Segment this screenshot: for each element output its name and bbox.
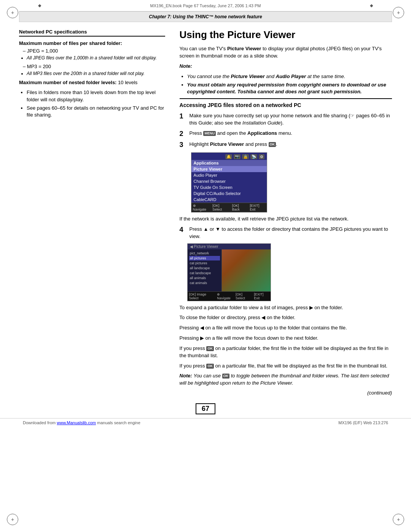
- ok-icon-p6: OK: [206, 364, 214, 369]
- corner-mark-tl: [7, 7, 18, 18]
- left-column: Networked PC specifications Maximum numb…: [19, 29, 176, 390]
- top-bar: ◆ MX196_EN.book Page 67 Tuesday, June 27…: [19, 0, 392, 11]
- icon-gear: ⚙: [259, 154, 264, 159]
- step-2-num: 2: [180, 130, 186, 138]
- section-divider: [180, 98, 392, 99]
- menu-item-cablecard[interactable]: CableCARD: [191, 197, 267, 203]
- menu-item-audio-player[interactable]: Audio Player: [191, 172, 267, 178]
- note-block: Note: You cannot use the Picture Viewer …: [180, 63, 392, 95]
- picture-viewer-bold-3: Picture Viewer: [210, 141, 244, 147]
- viewer-list: pict_network all pictures cat pictures a…: [188, 249, 222, 291]
- section-title-networked: Networked PC specifications: [19, 29, 165, 37]
- body-para-1: To expand a particular folder to view a …: [180, 304, 392, 312]
- body-para-2: To close the folder or directory, press …: [180, 314, 392, 321]
- mp3-dash: – MP3 = 200: [23, 64, 165, 69]
- mp3-bullets: All MP3 files over the 200th in a shared…: [27, 70, 165, 77]
- menu-item-tv-guide[interactable]: TV Guide On Screen: [191, 184, 267, 190]
- corner-mark-br: [393, 514, 404, 525]
- corner-mark-bl: [7, 514, 18, 525]
- right-column: Using the Picture Viewer You can use the…: [176, 29, 392, 390]
- step-4: 4 Press ▲ or ▼ to access the folder or d…: [180, 226, 392, 240]
- step-4-content: Press ▲ or ▼ to access the folder or dir…: [190, 226, 392, 240]
- intro-text: You can use the TV's Picture Viewer to d…: [180, 45, 392, 60]
- photo-preview-image: [222, 249, 271, 291]
- icon-camera: 📷: [234, 154, 241, 159]
- icon-bell: 🔔: [225, 154, 232, 159]
- step-1: 1 Make sure you have correctly set up yo…: [180, 112, 392, 127]
- chapter-header: Chapter 7: Using the THINC™ home network…: [19, 11, 392, 22]
- viewer-screen: ◀ Picture Viewer pict_network all pictur…: [187, 243, 271, 301]
- nested-title-suffix: 10 levels: [116, 80, 137, 85]
- viewer-body: pict_network all pictures cat pictures a…: [188, 249, 271, 291]
- menu-button-icon: MENU: [203, 131, 216, 136]
- suffix-label: manuals search engine: [97, 420, 140, 425]
- viewer-list-item-5: all animals: [189, 276, 220, 280]
- top-bar-text: MX196_EN.book Page 67 Tuesday, June 27, …: [150, 3, 261, 8]
- viewer-footer-select: [OK] Image Select: [189, 292, 215, 300]
- body-para-6: If you press OK on a particular file, th…: [180, 363, 392, 370]
- picture-viewer-bold: Picture Viewer: [227, 46, 261, 51]
- picture-viewer-ref: Picture Viewer: [231, 73, 265, 79]
- menu-item-digital-cc[interactable]: Digital CC/Audio Selector: [191, 190, 267, 197]
- main-title: Using the Picture Viewer: [180, 29, 392, 41]
- final-note-label: Note:: [180, 373, 192, 379]
- footer-exit: [EXIT] Exit: [250, 204, 265, 211]
- note-item-2: You must obtain any required permission …: [187, 81, 392, 95]
- viewer-footer-exit: [EXIT] Exit: [254, 292, 269, 300]
- body-para-4: Pressing ▶ on a file will move the focus…: [180, 335, 392, 342]
- step-2-content: Press MENU and open the Applications men…: [190, 130, 392, 137]
- step-1-content: Make sure you have correctly set up your…: [190, 112, 392, 127]
- footer-select: [OK] Select: [212, 204, 229, 211]
- applications-bold: Applications: [247, 130, 277, 136]
- note-item-1: You cannot use the Picture Viewer and Au…: [187, 73, 392, 80]
- menu-item-picture-viewer[interactable]: Picture Viewer: [191, 166, 267, 172]
- viewer-title: ◀ Picture Viewer: [188, 244, 271, 249]
- subsection-title-files: Maximum number of files per shared folde…: [19, 40, 165, 46]
- mp3-bullet-1: All MP3 files over the 200th in a shared…: [27, 70, 165, 77]
- menu-footer: ⊕ Navigate [OK] Select [OK] Back [EXIT] …: [191, 203, 267, 212]
- footer-navigate: ⊕ Navigate: [193, 204, 210, 211]
- subsection-title-nested: Maximum number of nested folder levels: …: [19, 79, 165, 86]
- footer-back: [OK] Back: [232, 204, 247, 211]
- step-3: 3 Highlight Picture Viewer and press OK.: [180, 141, 392, 149]
- nested-bullet-1: Files in folders more than 10 levels dow…: [27, 89, 165, 103]
- viewer-list-item-6: cat animals: [189, 281, 220, 285]
- viewer-list-item-1[interactable]: all pictures: [189, 256, 220, 260]
- download-text: Downloaded from www.Manualslib.com manua…: [23, 420, 140, 425]
- viewer-list-item-4: cat landscape: [189, 271, 220, 275]
- viewer-footer: [OK] Image Select ⊕ Navigate [OK] Select…: [188, 291, 271, 301]
- final-note-text: You can use OK to toggle between the thu…: [180, 373, 389, 386]
- icon-lock: 🔒: [242, 154, 249, 159]
- page-number: 67: [196, 403, 215, 414]
- main-content: Networked PC specifications Maximum numb…: [0, 29, 411, 390]
- viewer-preview: [222, 249, 271, 291]
- warning-text: You must obtain any required permission …: [187, 82, 386, 94]
- manualslib-link[interactable]: www.Manualslib.com: [57, 420, 96, 425]
- top-bar-right: ◆: [370, 3, 373, 8]
- viewer-list-item-0: pict_network: [189, 251, 220, 256]
- body-para-5: If you press OK on a particular folder, …: [180, 345, 392, 359]
- note-list: You cannot use the Picture Viewer and Au…: [187, 73, 392, 96]
- step-1-num: 1: [180, 112, 186, 121]
- bottom-bar: Downloaded from www.Manualslib.com manua…: [0, 418, 411, 427]
- body-para-3: Pressing ◀ on a file will move the focus…: [180, 324, 392, 332]
- installation-guide-ref: Installation Guide: [242, 120, 280, 126]
- access-title: Accessing JPEG files stored on a network…: [180, 102, 392, 109]
- viewer-list-item-3: all landscape: [189, 266, 220, 270]
- jpeg-bullet-1: All JPEG files over the 1,000th in a sha…: [27, 55, 165, 61]
- step-4-num: 4: [180, 226, 186, 234]
- ok-icon-note: OK: [222, 374, 230, 379]
- nested-bullets: Files in folders more than 10 levels dow…: [27, 89, 165, 118]
- bottom-right-text: MX196 (E/F) Web 213:276: [338, 420, 388, 425]
- final-note: Note: You can use OK to toggle between t…: [180, 372, 392, 387]
- menu-item-channel-browser[interactable]: Channel Browser: [191, 178, 267, 184]
- nested-title-bold: Maximum number of nested folder levels:: [19, 80, 116, 85]
- ok-button-icon: OK: [269, 142, 276, 147]
- step-3-num: 3: [180, 141, 186, 149]
- viewer-footer-ok: [OK] Select: [236, 292, 252, 300]
- menu-app-title: Applications: [191, 160, 267, 166]
- top-bar-left: ◆: [38, 3, 41, 8]
- nested-bullet-2: See pages 60–65 for details on networkin…: [27, 105, 165, 118]
- viewer-list-item-2: cat pictures: [189, 261, 220, 265]
- note-label: Note:: [180, 63, 392, 70]
